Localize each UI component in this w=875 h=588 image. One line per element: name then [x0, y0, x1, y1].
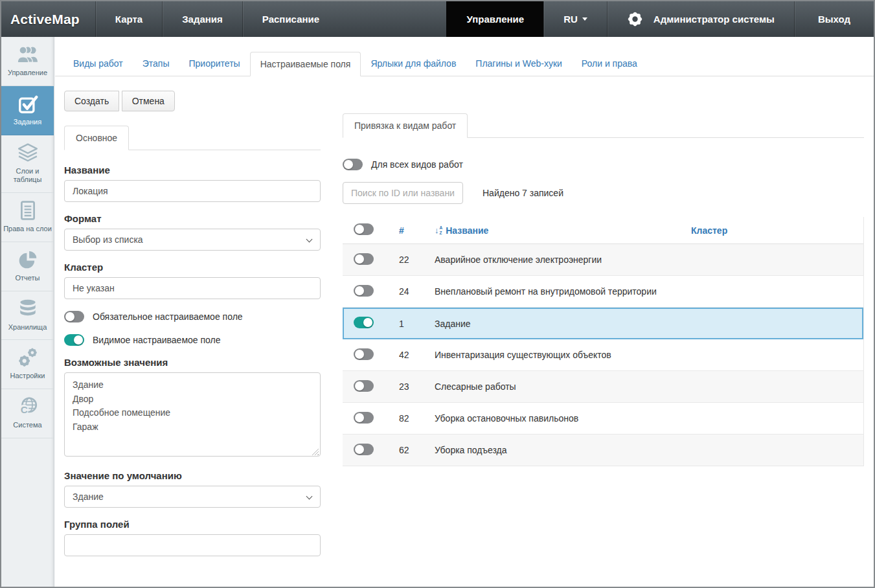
field-group-label: Группа полей: [64, 519, 321, 530]
users-icon: [3, 44, 52, 66]
default-value-label: Значение по умолчанию: [64, 470, 321, 481]
topnav-tasks-label: Задания: [182, 14, 223, 25]
row-toggle[interactable]: [354, 380, 374, 392]
work-types-binding-panel: Привязка к видам работ Для всех видов ра…: [343, 113, 864, 466]
sidebar-item-reports[interactable]: Отчеты: [1, 242, 54, 291]
table-row[interactable]: 22Аварийное отключение электроэнергии: [343, 244, 863, 276]
search-input[interactable]: [343, 182, 463, 204]
sidebar-item-label: Управление: [3, 69, 52, 78]
field-group-input[interactable]: [64, 534, 321, 556]
sidebar-item-layers[interactable]: Слои и таблицы: [1, 135, 54, 194]
column-header-num: #: [399, 225, 435, 236]
search-row: Найдено 7 записей: [343, 182, 864, 204]
row-id: 1: [399, 319, 435, 329]
required-toggle[interactable]: [64, 311, 84, 322]
header-toggle-cell: [354, 223, 399, 238]
format-select[interactable]: Выбор из списка: [64, 229, 321, 251]
tab-file-labels[interactable]: Ярлыки для файлов: [361, 52, 466, 76]
topnav-schedule-label: Расписание: [262, 14, 319, 25]
binding-subtabs: Привязка к видам работ: [343, 113, 864, 138]
tab-custom-fields[interactable]: Настраиваемые поля: [250, 52, 361, 76]
table-row[interactable]: 62Уборка подъезда: [343, 435, 863, 466]
row-name: Уборка подъезда: [435, 445, 691, 455]
table-row[interactable]: 82Уборка остановочных павильонов: [343, 403, 863, 435]
name-label: Название: [64, 164, 321, 175]
sort-letters: AZ: [440, 225, 443, 234]
row-toggle[interactable]: [354, 348, 374, 360]
toggle-knob: [344, 160, 353, 169]
main-content: Виды работ Этапы Приоритеты Настраиваемы…: [55, 37, 874, 587]
row-name: Слесарные работы: [435, 381, 691, 392]
tab-roles-rights[interactable]: Роли и права: [572, 52, 647, 76]
column-header-cluster[interactable]: Кластер: [691, 225, 863, 236]
language-dropdown[interactable]: RU: [543, 1, 607, 37]
toggle-knob: [74, 335, 83, 345]
visible-toggle[interactable]: [64, 334, 84, 346]
tab-plugins-webhooks[interactable]: Плагины и Web-хуки: [466, 52, 571, 76]
all-work-types-row: Для всех видов работ: [343, 159, 864, 170]
tab-work-type-binding[interactable]: Привязка к видам работ: [343, 113, 468, 138]
admin-settings[interactable]: Администратор системы: [607, 1, 794, 37]
all-work-types-toggle[interactable]: [343, 159, 363, 170]
all-work-types-label: Для всех видов работ: [371, 159, 463, 170]
table-row[interactable]: 23Слесарные работы: [343, 371, 863, 403]
section-tabs: Виды работ Этапы Приоритеты Настраиваемы…: [55, 37, 874, 76]
top-bar: ActiveMap Карта Задания Расписание Управ…: [1, 1, 874, 37]
reports-icon: [3, 249, 52, 271]
svg-text:C: C: [20, 404, 27, 415]
table-row[interactable]: 1Задание: [343, 308, 863, 339]
table-row[interactable]: 42Инвентаризация существующих объектов: [343, 339, 863, 371]
toggle-knob: [355, 445, 364, 454]
content-columns: Основное Название Формат Выбор из списка…: [64, 113, 864, 556]
chevron-down-icon: [306, 236, 313, 243]
possible-values-textarea[interactable]: Здание Двор Подсобное помещение Гараж: [64, 372, 321, 457]
name-input[interactable]: [64, 180, 321, 202]
cluster-input[interactable]: [64, 277, 321, 299]
language-label: RU: [563, 14, 578, 25]
app-window: ActiveMap Карта Задания Расписание Управ…: [0, 0, 875, 588]
sidebar-item-storage[interactable]: Хранилища: [1, 291, 54, 341]
row-id: 42: [399, 350, 435, 360]
default-value-select[interactable]: Здание: [64, 486, 321, 508]
sidebar-item-management[interactable]: Управление: [1, 37, 54, 86]
admin-user-label: Администратор системы: [653, 14, 775, 25]
toggle-knob: [355, 350, 364, 359]
sidebar-item-label: Хранилища: [3, 323, 52, 332]
topnav-management[interactable]: Управление: [446, 1, 543, 37]
settings-gears-icon: [3, 347, 52, 369]
topnav-schedule[interactable]: Расписание: [242, 1, 339, 37]
row-toggle-cell: [354, 348, 399, 362]
topnav-tasks[interactable]: Задания: [162, 1, 242, 37]
topbar-spacer: [339, 1, 446, 37]
sidebar-item-tasks[interactable]: Задания: [1, 86, 54, 135]
row-toggle[interactable]: [354, 444, 374, 455]
sidebar-item-settings[interactable]: Настройки: [1, 340, 54, 389]
create-button[interactable]: Создать: [64, 91, 119, 111]
sidebar-item-label: Права на слои: [3, 225, 52, 234]
chevron-down-icon: [306, 493, 313, 500]
row-toggle[interactable]: [354, 285, 374, 297]
format-select-value: Выбор из списка: [73, 234, 143, 245]
tab-stages[interactable]: Этапы: [133, 52, 179, 76]
logout-button[interactable]: Выход: [794, 1, 874, 37]
possible-values-label: Возможные значения: [64, 357, 321, 368]
table-row[interactable]: 24Внеплановый ремонт на внутридомовой те…: [343, 276, 863, 308]
row-toggle[interactable]: [354, 412, 374, 424]
default-value-select-value: Здание: [73, 492, 104, 502]
cancel-button[interactable]: Отмена: [122, 91, 175, 111]
row-toggle-cell: [354, 412, 399, 425]
sidebar-item-layer-rights[interactable]: Права на слои: [1, 193, 54, 242]
header-master-toggle[interactable]: [354, 223, 374, 235]
tab-priorities[interactable]: Приоритеты: [179, 52, 250, 76]
row-toggle[interactable]: [354, 317, 374, 328]
tab-work-types[interactable]: Виды работ: [63, 52, 133, 76]
tab-main[interactable]: Основное: [64, 126, 129, 150]
row-name: Задание: [435, 319, 690, 329]
column-header-name[interactable]: ↓ AZ Название: [435, 225, 691, 236]
toggle-knob: [355, 254, 364, 264]
sidebar-item-system[interactable]: C Система: [1, 389, 54, 438]
row-toggle[interactable]: [354, 253, 374, 265]
topnav-map[interactable]: Карта: [95, 1, 162, 37]
table-header: # ↓ AZ Название Кластер: [343, 217, 863, 244]
row-id: 23: [399, 381, 435, 392]
